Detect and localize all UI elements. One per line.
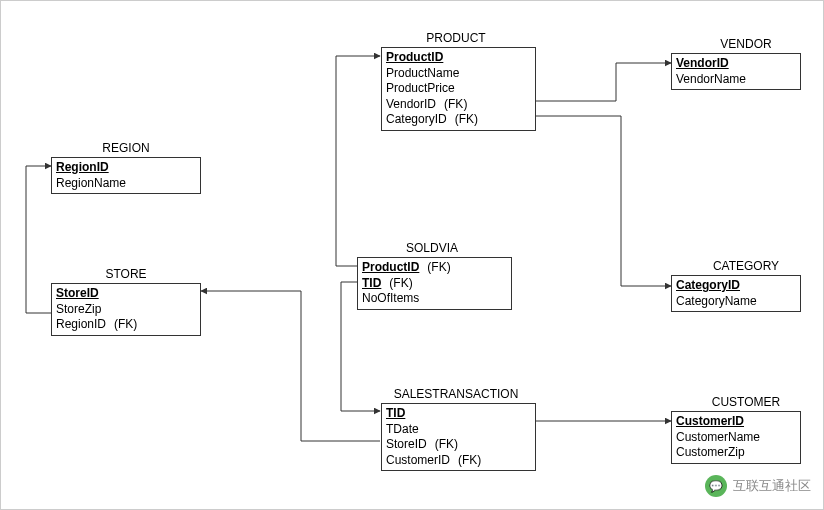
salestransaction-title: SALESTRANSACTION — [381, 387, 531, 401]
customer-attr-customerid: CustomerID — [676, 414, 796, 430]
watermark-label: 互联互通社区 — [733, 477, 811, 495]
watermark: 💬 互联互通社区 — [705, 475, 811, 497]
product-attr-productname: ProductName — [386, 66, 531, 82]
category-title: CATEGORY — [671, 259, 821, 273]
soldvia-attr-noofitems: NoOfItems — [362, 291, 507, 307]
store-attr-storezip: StoreZip — [56, 302, 196, 318]
product-attr-productid: ProductID — [386, 50, 531, 66]
soldvia-title: SOLDVIA — [357, 241, 507, 255]
store-attr-storeid: StoreID — [56, 286, 196, 302]
region-title: REGION — [51, 141, 201, 155]
er-diagram-canvas: REGION RegionID RegionName STORE StoreID… — [0, 0, 824, 510]
salestransaction-attr-tid: TID — [386, 406, 531, 422]
customer-attr-customername: CustomerName — [676, 430, 796, 446]
vendor-attr-vendorid: VendorID — [676, 56, 796, 72]
soldvia-entity: ProductID(FK) TID(FK) NoOfItems — [357, 257, 512, 310]
soldvia-attr-productid: ProductID(FK) — [362, 260, 507, 276]
store-title: STORE — [51, 267, 201, 281]
store-entity: StoreID StoreZip RegionID(FK) — [51, 283, 201, 336]
salestransaction-attr-storeid: StoreID(FK) — [386, 437, 531, 453]
vendor-title: VENDOR — [671, 37, 821, 51]
product-entity: ProductID ProductName ProductPrice Vendo… — [381, 47, 536, 131]
vendor-attr-vendorname: VendorName — [676, 72, 796, 88]
product-title: PRODUCT — [381, 31, 531, 45]
soldvia-attr-tid: TID(FK) — [362, 276, 507, 292]
category-entity: CategoryID CategoryName — [671, 275, 801, 312]
category-attr-categoryname: CategoryName — [676, 294, 796, 310]
store-attr-regionid: RegionID(FK) — [56, 317, 196, 333]
product-attr-categoryid: CategoryID(FK) — [386, 112, 531, 128]
customer-title: CUSTOMER — [671, 395, 821, 409]
region-attr-regionname: RegionName — [56, 176, 196, 192]
region-attr-regionid: RegionID — [56, 160, 196, 176]
salestransaction-entity: TID TDate StoreID(FK) CustomerID(FK) — [381, 403, 536, 471]
product-attr-vendorid: VendorID(FK) — [386, 97, 531, 113]
vendor-entity: VendorID VendorName — [671, 53, 801, 90]
region-entity: RegionID RegionName — [51, 157, 201, 194]
product-attr-productprice: ProductPrice — [386, 81, 531, 97]
wechat-icon: 💬 — [705, 475, 727, 497]
customer-attr-customerzip: CustomerZip — [676, 445, 796, 461]
customer-entity: CustomerID CustomerName CustomerZip — [671, 411, 801, 464]
salestransaction-attr-tdate: TDate — [386, 422, 531, 438]
category-attr-categoryid: CategoryID — [676, 278, 796, 294]
salestransaction-attr-customerid: CustomerID(FK) — [386, 453, 531, 469]
